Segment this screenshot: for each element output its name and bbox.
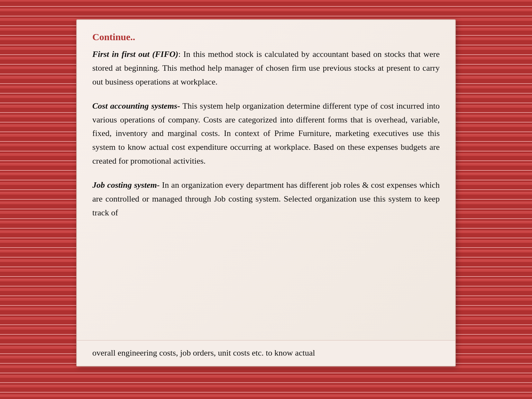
section-title: Continue..: [92, 32, 440, 42]
fifo-paragraph: First in first out (FIFO): In this metho…: [92, 48, 440, 89]
job-costing-paragraph: Job costing system- In an organization e…: [92, 178, 440, 220]
cost-accounting-body: This system help organization determine …: [92, 101, 440, 166]
job-costing-term: Job costing system-: [92, 180, 160, 190]
cost-accounting-term: Cost accounting systems-: [92, 101, 180, 111]
cost-accounting-paragraph: Cost accounting systems- This system hel…: [92, 99, 440, 168]
bottom-text: overall engineering costs, job orders, u…: [77, 340, 455, 366]
main-card: Continue.. First in first out (FIFO): In…: [76, 19, 456, 367]
fifo-term: First in first out (FIFO): [92, 50, 178, 59]
